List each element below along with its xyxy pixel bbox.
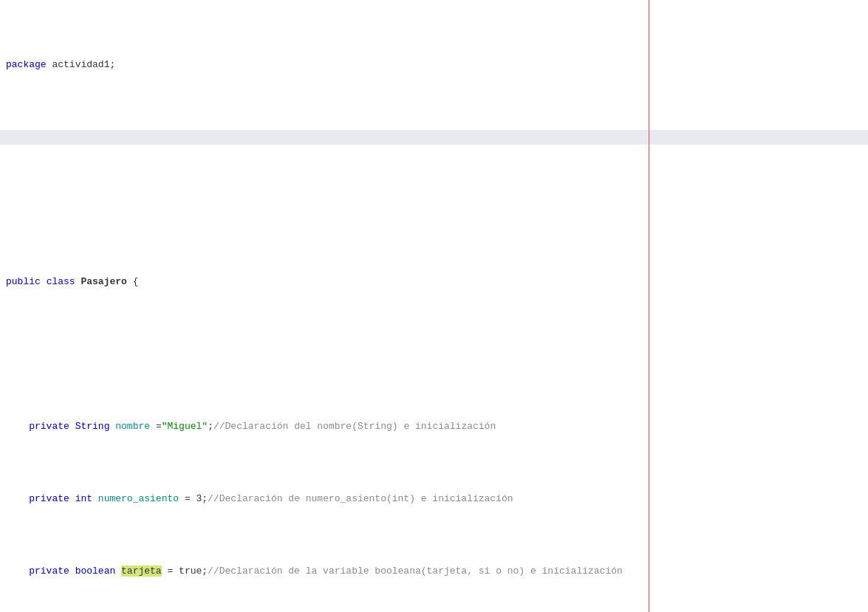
code-line-4: public class Pasajero { <box>0 275 868 289</box>
code-line-7: private int numero_asiento = 3;//Declara… <box>0 492 868 506</box>
code-line-3 <box>0 202 868 217</box>
code-line-6: private String nombre ="Miguel";//Declar… <box>0 419 868 434</box>
code-line-2 <box>0 130 868 145</box>
editor-container: package actividad1; public class Pasajer… <box>0 0 868 612</box>
code-line-1: package actividad1; <box>0 58 868 72</box>
code-line-8: private boolean tarjeta = true;//Declara… <box>0 564 868 579</box>
code-line-5 <box>0 347 868 362</box>
code-area: package actividad1; public class Pasajer… <box>0 0 868 612</box>
red-guide-line <box>649 0 649 612</box>
